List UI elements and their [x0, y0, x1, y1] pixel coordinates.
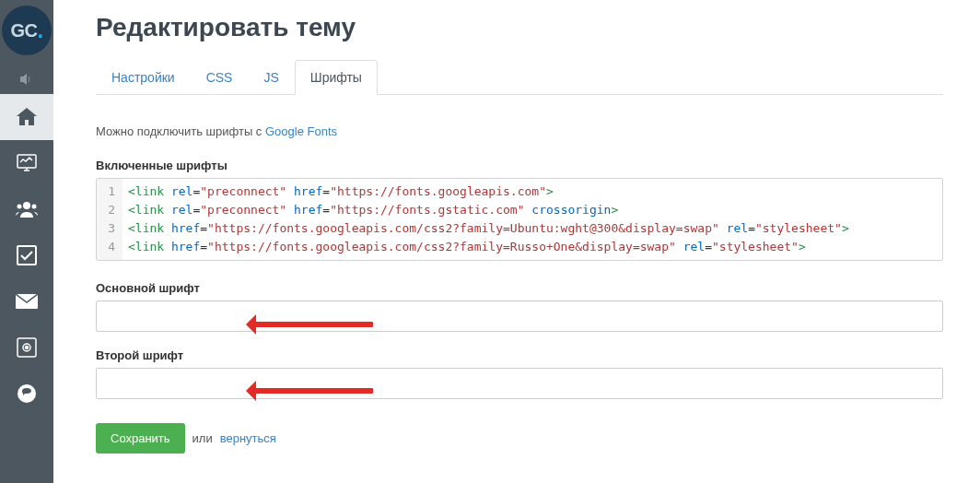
svg-point-2 — [18, 205, 22, 209]
nav-speaker[interactable] — [0, 65, 53, 94]
svg-rect-4 — [18, 246, 36, 265]
tab-css[interactable]: CSS — [191, 60, 249, 95]
chat-icon — [17, 383, 37, 404]
or-text: или — [192, 431, 213, 445]
svg-point-3 — [32, 205, 37, 209]
annotation-arrow-2 — [249, 388, 373, 394]
primary-font-label: Основной шрифт — [96, 281, 943, 295]
svg-point-8 — [26, 347, 29, 349]
enabled-fonts-label: Включенные шрифты — [96, 159, 943, 172]
nav-safe[interactable] — [0, 324, 53, 371]
logo-dot: . — [37, 21, 42, 40]
logo[interactable]: GC. — [2, 6, 52, 55]
sidebar: GC. — [0, 0, 53, 483]
tab-fonts[interactable]: Шрифты — [295, 60, 378, 95]
page-title: Редактировать тему — [96, 13, 943, 42]
nav-chart[interactable] — [0, 140, 53, 186]
svg-point-1 — [23, 202, 30, 209]
annotation-arrow-1 — [249, 322, 373, 327]
nav-chat[interactable] — [0, 371, 53, 417]
info-prefix: Можно подключить шрифты с — [96, 124, 265, 138]
logo-text: GC — [10, 20, 37, 41]
tab-js[interactable]: JS — [248, 60, 294, 95]
code-editor[interactable]: 1234 <link rel="preconnect" href="https:… — [96, 178, 943, 261]
speaker-icon — [19, 73, 34, 86]
info-text: Можно подключить шрифты с Google Fonts — [96, 124, 943, 138]
users-icon — [15, 200, 39, 218]
safe-icon — [17, 337, 37, 358]
checkbox-icon — [17, 245, 37, 265]
chart-icon — [17, 154, 37, 172]
nav-users[interactable] — [0, 186, 53, 232]
mail-icon — [16, 294, 38, 309]
nav-checkbox[interactable] — [0, 232, 53, 278]
tabs: Настройки CSS JS Шрифты — [96, 59, 943, 95]
home-icon — [16, 107, 38, 127]
line-numbers: 1234 — [97, 179, 122, 260]
primary-font-input[interactable] — [96, 300, 943, 332]
save-button[interactable]: Сохранить — [96, 423, 185, 454]
google-fonts-link[interactable]: Google Fonts — [265, 124, 337, 138]
main-content: Редактировать тему Настройки CSS JS Шриф… — [53, 0, 980, 483]
return-link[interactable]: вернуться — [220, 431, 276, 445]
nav-home[interactable] — [0, 94, 53, 140]
nav-mail[interactable] — [0, 278, 53, 324]
secondary-font-input[interactable] — [96, 368, 943, 399]
secondary-font-label: Второй шрифт — [96, 348, 943, 362]
code-lines: <link rel="preconnect" href="https://fon… — [122, 179, 855, 260]
form-actions: Сохранить или вернуться — [96, 423, 943, 454]
tab-settings[interactable]: Настройки — [96, 60, 191, 95]
